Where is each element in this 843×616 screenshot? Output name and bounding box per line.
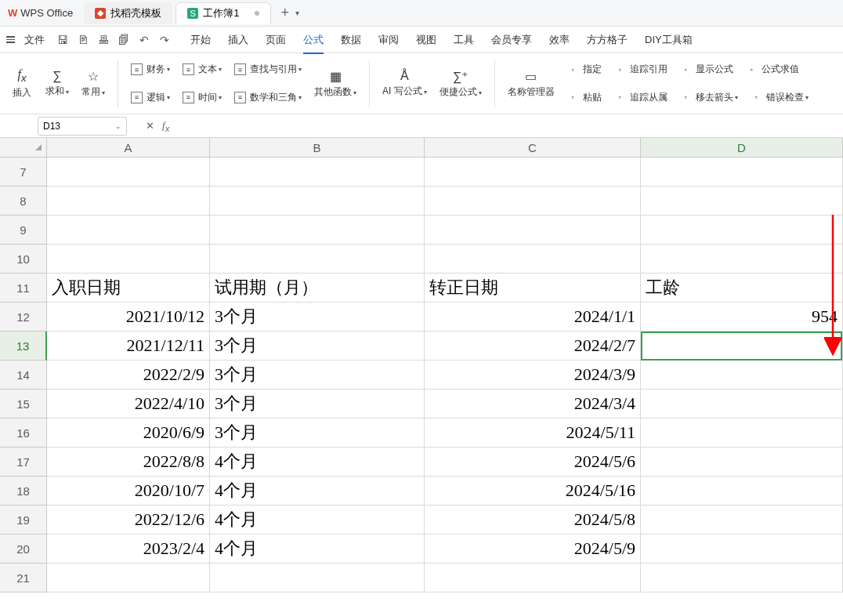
cell-A21[interactable] bbox=[47, 563, 210, 592]
cell-C21[interactable] bbox=[425, 563, 641, 592]
name-manager-button[interactable]: ▭ 名称管理器 bbox=[503, 56, 559, 111]
cell-B13[interactable]: 3个月 bbox=[210, 332, 425, 361]
row-header-21[interactable]: 21 bbox=[0, 563, 47, 592]
cell-D8[interactable] bbox=[641, 187, 843, 216]
tabs-dropdown-icon[interactable]: ▾ bbox=[295, 9, 299, 17]
cell-reference-box[interactable]: D13 ⌄ bbox=[38, 117, 127, 136]
cell-C14[interactable]: 2024/3/9 bbox=[425, 361, 641, 390]
cell-A12[interactable]: 2021/10/12 bbox=[47, 303, 210, 332]
ribbon-粘贴[interactable]: ▫粘贴 bbox=[563, 89, 606, 107]
menu-tab-页面[interactable]: 页面 bbox=[266, 33, 286, 47]
cell-B12[interactable]: 3个月 bbox=[210, 303, 425, 332]
row-header-10[interactable]: 10 bbox=[0, 245, 47, 274]
cell-B20[interactable]: 4个月 bbox=[210, 534, 425, 563]
cell-C18[interactable]: 2024/5/16 bbox=[425, 476, 641, 505]
cell-A10[interactable] bbox=[47, 245, 210, 274]
cell-B14[interactable]: 3个月 bbox=[210, 361, 425, 390]
ribbon-移去箭头[interactable]: ▫移去箭头▾ bbox=[675, 89, 743, 107]
save-icon[interactable]: 🖫 bbox=[57, 34, 68, 45]
row-header-16[interactable]: 16 bbox=[0, 419, 47, 448]
menu-tab-插入[interactable]: 插入 bbox=[228, 33, 248, 47]
cell-D11[interactable]: 工龄 bbox=[641, 274, 843, 303]
ribbon-时间[interactable]: ≡时间▾ bbox=[178, 89, 226, 107]
ribbon-逻辑[interactable]: ≡逻辑▾ bbox=[126, 89, 175, 107]
tab-workbook-1[interactable]: S 工作簿1 bbox=[175, 2, 271, 24]
cell-C9[interactable] bbox=[425, 216, 641, 245]
menu-tab-数据[interactable]: 数据 bbox=[341, 33, 361, 47]
cell-A11[interactable]: 入职日期 bbox=[47, 274, 210, 303]
ribbon-错误检查[interactable]: ▫错误检查▾ bbox=[746, 89, 813, 107]
column-header-D[interactable]: D bbox=[641, 138, 843, 157]
row-header-12[interactable]: 12 bbox=[0, 303, 47, 332]
other-functions-button[interactable]: ▦ 其他函数▾ bbox=[309, 56, 361, 111]
cell-C15[interactable]: 2024/3/4 bbox=[425, 390, 641, 419]
row-header-18[interactable]: 18 bbox=[0, 476, 47, 505]
ribbon-显示公式[interactable]: ▫显示公式 bbox=[675, 60, 738, 78]
column-header-B[interactable]: B bbox=[210, 138, 425, 157]
ribbon-指定[interactable]: ▫指定 bbox=[563, 60, 606, 78]
row-header-20[interactable]: 20 bbox=[0, 534, 47, 563]
cell-A7[interactable] bbox=[47, 158, 210, 187]
cell-D10[interactable] bbox=[641, 245, 843, 274]
row-header-11[interactable]: 11 bbox=[0, 274, 47, 303]
row-header-14[interactable]: 14 bbox=[0, 361, 47, 390]
cell-B17[interactable]: 4个月 bbox=[210, 448, 425, 476]
undo-icon[interactable]: ↶ bbox=[139, 34, 150, 45]
ribbon-文本[interactable]: ≡文本▾ bbox=[178, 60, 226, 78]
cell-C17[interactable]: 2024/5/6 bbox=[425, 448, 641, 476]
cell-A14[interactable]: 2022/2/9 bbox=[47, 361, 210, 390]
quick-formula-button[interactable]: ∑⁺ 便捷公式▾ bbox=[435, 56, 487, 111]
cell-A8[interactable] bbox=[47, 187, 210, 216]
file-menu[interactable]: 文件 bbox=[24, 33, 45, 47]
cell-B16[interactable]: 3个月 bbox=[210, 419, 425, 448]
row-header-9[interactable]: 9 bbox=[0, 216, 47, 245]
cell-B18[interactable]: 4个月 bbox=[210, 476, 425, 505]
chevron-down-icon[interactable]: ⌄ bbox=[115, 122, 121, 130]
print-icon[interactable]: 🖶 bbox=[98, 34, 109, 45]
cell-C12[interactable]: 2024/1/1 bbox=[425, 303, 641, 332]
cell-B11[interactable]: 试用期（月） bbox=[210, 274, 425, 303]
common-functions-button[interactable]: ☆ 常用▾ bbox=[77, 56, 110, 111]
cell-D7[interactable] bbox=[641, 158, 843, 187]
row-header-17[interactable]: 17 bbox=[0, 448, 47, 476]
cell-D19[interactable] bbox=[641, 505, 843, 534]
ai-formula-button[interactable]: Å AI 写公式▾ bbox=[378, 56, 432, 111]
row-header-19[interactable]: 19 bbox=[0, 505, 47, 534]
cell-D21[interactable] bbox=[641, 563, 843, 592]
cell-D16[interactable] bbox=[641, 419, 843, 448]
cell-C16[interactable]: 2024/5/11 bbox=[425, 419, 641, 448]
cell-A19[interactable]: 2022/12/6 bbox=[47, 505, 210, 534]
cell-D9[interactable] bbox=[641, 216, 843, 245]
fx-bar-icon[interactable]: fx bbox=[162, 119, 169, 133]
cell-B9[interactable] bbox=[210, 216, 425, 245]
ribbon-追踪引用[interactable]: ▫追踪引用 bbox=[610, 60, 672, 78]
new-tab-button[interactable]: + bbox=[280, 5, 289, 21]
cell-B21[interactable] bbox=[210, 563, 425, 592]
cell-C7[interactable] bbox=[425, 158, 641, 187]
cell-D18[interactable] bbox=[641, 476, 843, 505]
cell-A17[interactable]: 2022/8/8 bbox=[47, 448, 210, 476]
menu-tab-视图[interactable]: 视图 bbox=[416, 33, 436, 47]
export-icon[interactable]: 🖹 bbox=[78, 34, 89, 45]
cell-C10[interactable] bbox=[425, 245, 641, 274]
column-header-A[interactable]: A bbox=[47, 138, 210, 157]
ribbon-查找与引用[interactable]: ≡查找与引用▾ bbox=[230, 60, 306, 78]
row-header-15[interactable]: 15 bbox=[0, 390, 47, 419]
menu-tab-效率[interactable]: 效率 bbox=[549, 33, 570, 47]
cell-B15[interactable]: 3个月 bbox=[210, 390, 425, 419]
cell-B10[interactable] bbox=[210, 245, 425, 274]
menu-tab-DIY工具箱[interactable]: DIY工具箱 bbox=[645, 33, 693, 47]
ribbon-数学和三角[interactable]: ≡数学和三角▾ bbox=[230, 89, 306, 107]
menu-tab-会员专享[interactable]: 会员专享 bbox=[491, 33, 532, 47]
row-header-8[interactable]: 8 bbox=[0, 187, 47, 216]
cell-C13[interactable]: 2024/2/7 bbox=[425, 332, 641, 361]
tab-templates[interactable]: ◆ 找稻壳模板 bbox=[84, 2, 172, 24]
cell-B7[interactable] bbox=[210, 158, 425, 187]
select-all-corner[interactable] bbox=[0, 138, 47, 157]
cell-A9[interactable] bbox=[47, 216, 210, 245]
menu-tab-审阅[interactable]: 审阅 bbox=[378, 33, 399, 47]
cell-B8[interactable] bbox=[210, 187, 425, 216]
cell-D12[interactable]: 954 bbox=[641, 303, 843, 332]
cell-D15[interactable] bbox=[641, 390, 843, 419]
row-header-13[interactable]: 13 bbox=[0, 332, 47, 361]
